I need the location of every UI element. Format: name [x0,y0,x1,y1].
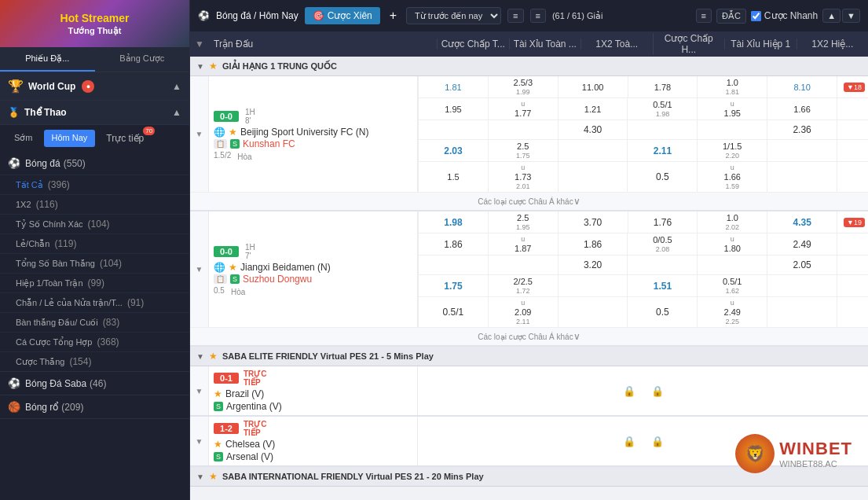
m2-odds-1-6[interactable]: 4.35 [767,211,837,233]
m2-odds-3-1 [418,256,488,274]
m2-odds-3-3[interactable]: 3.20 [558,256,628,274]
arrow-down-btn[interactable]: ▼ [842,9,860,23]
odds-3-6[interactable]: 2.36 [767,120,837,139]
saba-intl-star-icon: ★ [209,471,218,482]
m2-odds-2-4[interactable]: 0/0.52.08 [627,233,697,255]
odds-1-1[interactable]: 1.81 [418,76,488,97]
sidebar-item-world-cup[interactable]: 🏆 World Cup ● ▲ [0,72,189,101]
m2-odds-2-5[interactable]: u1.80 [697,233,767,255]
match1-info: 0-0 1H 8' 🌐 ★ Beijing Sport University F… [209,76,418,192]
m2-odds-5-6 [767,297,837,327]
odds-1-6[interactable]: 8.10 [767,76,837,97]
saba-elite-star-icon: ★ [209,351,218,362]
odds-4-1[interactable]: 2.03 [418,140,488,161]
odds-4-5[interactable]: 1/1.52.20 [697,140,767,161]
sub-chanle[interactable]: Chẵn / Lẻ của Nửa trận/T... (91) [0,292,189,312]
tab-bang-cuoc[interactable]: Bảng Cược [95,47,190,72]
m2-odds-2-1[interactable]: 1.86 [418,233,488,255]
lang-btn[interactable]: ĐẮC [716,9,746,24]
odds-2-2[interactable]: u1.77 [488,98,558,119]
league-trung-quoc[interactable]: ▼ ★ GIẢI HẠNG 1 TRUNG QUỐC [190,57,868,76]
odds-1-2[interactable]: 2.5/31.99 [488,76,558,97]
odds-1-3[interactable]: 11.00 [558,76,628,97]
sport-bongro: 🏀 Bóng rổ (209) [0,395,189,419]
m2-odds-1-1[interactable]: 1.98 [418,211,488,233]
sport-bongro-header[interactable]: 🏀 Bóng rổ (209) [0,395,189,418]
m2-odds-4-3 [558,275,628,296]
m2-odds-4-4[interactable]: 1.51 [627,275,697,296]
filter-btn[interactable]: ≡ [507,9,523,23]
match1-more-link[interactable]: Các loại cược Châu Á khác ∨ [190,192,868,210]
vm2-status: TRỰCTIẾP [244,420,267,437]
m2-odds-2-6[interactable]: 2.49 [767,233,837,255]
sub-1x2[interactable]: 1X2 (116) [0,194,189,214]
match1-odds: 1.81 2.5/31.99 11.00 1.78 1.01.81 8.10 ▼… [418,76,868,192]
sub-cuocthang[interactable]: Cược Thắng (154) [0,351,189,371]
matches-area: ▼ ★ GIẢI HẠNG 1 TRUNG QUỐC ▼ 0-0 [190,57,868,487]
match2-toggle[interactable]: ▼ [190,211,209,327]
odds-2-6[interactable]: 1.66 [767,98,837,119]
m2-odds-5-3 [558,297,628,327]
m2-odds-2-3[interactable]: 1.86 [558,233,628,255]
nav-som[interactable]: Sớm [6,130,41,147]
col-1x2-h-header: 1X2 Hiệ... [797,39,869,50]
m2-odds-5-4[interactable]: 0.5 [627,297,697,327]
odds-5-2[interactable]: u1.732.01 [488,162,558,192]
vm1-info: 0-1 TRỰCTIẾP ★ Brazil (V) S Argentina (V… [209,366,418,415]
nav-homnay[interactable]: Hôm Nay [44,130,96,147]
m2-odds-4-1[interactable]: 1.75 [418,275,488,296]
odds-4-2[interactable]: 2.51.75 [488,140,558,161]
odds-5-5[interactable]: u1.661.59 [697,162,767,192]
odds-2-3[interactable]: 1.21 [558,98,628,119]
btn-cuoc-xien[interactable]: 🎯 Cược Xiên [305,7,380,24]
odds-5-1[interactable]: 1.5 [418,162,488,192]
m2-odds-5-2[interactable]: u2.092.11 [488,297,558,327]
odds-1-5[interactable]: 1.01.81 [697,76,767,97]
couoc-nhanh-checkbox[interactable] [751,11,761,21]
odds-4-4[interactable]: 2.11 [627,140,697,161]
sub-tysochinxac[interactable]: Tỷ Số Chính Xác (104) [0,214,189,233]
odds-2-5[interactable]: u1.95 [697,98,767,119]
match1-toggle[interactable]: ▼ [190,76,209,192]
plus-btn[interactable]: + [386,9,400,23]
vm1-toggle[interactable]: ▼ [190,366,209,415]
sub-tatca[interactable]: Tất Cả (396) [0,175,189,194]
col-toggle[interactable]: ▼ [190,39,209,50]
match2-time2: 7' [245,252,251,260]
odds-2-1[interactable]: 1.95 [418,98,488,119]
couoc-nhanh-toggle[interactable]: Cược Nhanh [751,10,818,21]
sport-bongda-header[interactable]: ⚽ Bóng đá (550) [0,152,189,175]
m2-odds-1-3[interactable]: 3.70 [558,211,628,233]
m2-odds-5-1[interactable]: 0.5/1 [418,297,488,327]
vm2-toggle[interactable]: ▼ [190,417,209,465]
m2-odds-5-5[interactable]: u2.492.25 [697,297,767,327]
sub-banthang[interactable]: Bàn thắng Đầu/ Cuối (83) [0,312,189,332]
filter-btn2[interactable]: ≡ [530,9,546,23]
odds-2-4[interactable]: 0.5/11.98 [627,98,697,119]
sport-saba-header[interactable]: ⚽ Bóng Đá Saba (46) [0,372,189,395]
sidebar-item-the-thao[interactable]: 🏅 Thể Thao ▲ [0,101,189,125]
odds-3-3[interactable]: 4.30 [558,120,628,139]
league-saba-elite[interactable]: ▼ ★ SABA ELITE FRIENDLY Virtual PES 21 -… [190,347,868,366]
vm2-lock1-icon: 🔒 [623,436,635,447]
odds-1-4[interactable]: 1.78 [628,76,698,97]
arrow-up-btn[interactable]: ▲ [822,9,841,23]
view-list-btn[interactable]: ≡ [696,9,712,23]
sub-cacuoc[interactable]: Cá Cược Tổng Hợp (368) [0,332,189,351]
m2-odds-1-5[interactable]: 1.02.02 [697,211,767,233]
m2-odds-1-2[interactable]: 2.51.95 [488,211,558,233]
nav-tructiep[interactable]: Trực tiếp 70 [98,130,152,147]
sub-hiep1[interactable]: Hiệp 1/Toàn Trận (99) [0,273,189,292]
tab-phieu-dat[interactable]: Phiếu Đặ... [0,47,95,72]
match1-time1: 1H [245,108,255,116]
match2-more-link[interactable]: Các loại cược Châu Á khác ∨ [190,327,868,345]
m2-odds-1-4[interactable]: 1.76 [628,211,698,233]
m2-odds-4-2[interactable]: 2/2.51.72 [488,275,558,296]
odds-5-4[interactable]: 0.5 [627,162,697,192]
m2-odds-2-2[interactable]: u1.87 [488,233,558,255]
m2-odds-3-6[interactable]: 2.05 [767,256,837,274]
sub-tongsobanthang[interactable]: Tổng Số Bàn Thắng (104) [0,253,189,273]
sub-lechan[interactable]: Lẻ/Chẵn (119) [0,233,189,253]
m2-odds-4-5[interactable]: 0.5/11.62 [697,275,767,296]
time-select[interactable]: Từ trước đến nay [406,7,501,24]
